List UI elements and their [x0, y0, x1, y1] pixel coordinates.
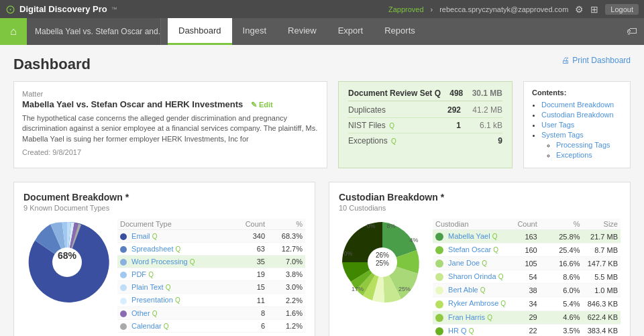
doc-type-link[interactable]: Calendar [131, 322, 162, 330]
doc-type-q[interactable]: Q [152, 310, 158, 317]
cust-name-link[interactable]: Ryker Ambrose [448, 299, 498, 307]
doc-type-cell: Email Q [117, 230, 232, 243]
doc-type-q[interactable]: Q [164, 323, 169, 330]
doc-table-row: Email Q 340 68.3% [117, 230, 305, 243]
cust-name-cell: Fran Harris Q [433, 311, 513, 324]
edit-matter-link[interactable]: ✎ Edit [251, 101, 273, 109]
cust-table-row: Fran Harris Q 29 4.6% 622.4 KB [433, 311, 621, 324]
navbar-actions: 🏷 [620, 18, 644, 45]
cust-name-link[interactable]: Fran Harris [448, 313, 485, 321]
bottom-section: Document Breakdown * 9 Known Document Ty… [13, 182, 631, 336]
cust-color-dot [435, 260, 443, 268]
doc-type-q[interactable]: Q [190, 258, 195, 266]
cust-table-row: Jane Doe Q 105 16.6% 147.7 KB [433, 257, 621, 270]
contents-panel: Contents: Document Breakdown Custodian B… [523, 81, 631, 168]
app-tm: ™ [111, 6, 117, 13]
doc-type-q[interactable]: Q [175, 296, 180, 304]
doc-table-row: Spreadsheet Q 63 12.7% [117, 243, 305, 256]
matter-breadcrumb[interactable]: Mabella Yael vs. Stefan Oscar and... [27, 18, 161, 45]
cust-q[interactable]: Q [487, 314, 492, 321]
cust-q[interactable]: Q [498, 273, 504, 280]
processing-tags-link[interactable]: Processing Tags [556, 141, 610, 149]
cust-size-cell: 5.5 MB [582, 270, 621, 284]
app-name: Digital Discovery Pro [19, 4, 107, 14]
tab-review[interactable]: Review [277, 18, 327, 45]
tab-ingest[interactable]: Ingest [232, 18, 277, 45]
cust-name-cell: Mabella Yael Q [433, 230, 513, 243]
cust-breakdown-link[interactable]: Custodian Breakdown [541, 111, 614, 119]
doc-table-row: Calendar Q 6 1.2% [117, 319, 305, 332]
review-set: Document Review Set Q 498 30.1 MB Duplic… [338, 81, 513, 168]
doc-type-link[interactable]: Word Processing [131, 258, 188, 266]
user-tags-link[interactable]: User Tags [541, 121, 574, 129]
cust-name-link[interactable]: Bert Able [448, 286, 478, 294]
tag-icon[interactable]: 🏷 [627, 25, 637, 38]
gear-icon[interactable]: ⚙ [575, 4, 584, 15]
doc-breakdown-link[interactable]: Document Breakdown [541, 101, 614, 109]
cust-size-cell: 1.0 MB [582, 284, 621, 297]
review-set-count: 498 [449, 89, 463, 98]
top-section: Matter Mabella Yael vs. Stefan Oscar and… [13, 81, 631, 168]
cust-q[interactable]: Q [482, 260, 487, 267]
cust-pct-cell: 25.4% [540, 243, 583, 257]
doc-breakdown-table: Document Type Count % Email Q 340 68.3% [117, 219, 305, 336]
doc-type-link[interactable]: Email [131, 232, 150, 240]
doc-type-header: Document Type [117, 219, 232, 230]
tab-reports[interactable]: Reports [374, 18, 426, 45]
cust-q[interactable]: Q [492, 233, 498, 240]
cust-pct-cell: 3.5% [540, 324, 583, 336]
home-button[interactable]: ⌂ [0, 18, 27, 45]
nist-size: 6.1 kB [469, 121, 502, 130]
review-set-duplicates: Duplicates 292 41.2 MB [348, 103, 502, 118]
cust-pct-header: % [540, 219, 583, 230]
cust-q[interactable]: Q [469, 327, 474, 335]
doc-type-q[interactable]: Q [152, 233, 158, 240]
review-set-exceptions: Exceptions Q 9 [348, 133, 502, 148]
print-dashboard-button[interactable]: 🖨 Print Dashboard [561, 56, 631, 65]
cust-q[interactable]: Q [500, 300, 506, 307]
exceptions-link[interactable]: Exceptions [556, 151, 592, 159]
doc-type-q[interactable]: Q [166, 284, 171, 291]
doc-type-cell: Presentation Q [117, 294, 232, 306]
system-tags-link[interactable]: System Tags [541, 131, 584, 139]
grid-icon[interactable]: ⊞ [590, 4, 598, 15]
tab-export[interactable]: Export [327, 18, 374, 45]
review-set-nist: NIST Files Q 1 6.1 kB [348, 118, 502, 133]
cust-name-link[interactable]: Mabella Yael [448, 232, 490, 240]
cust-size-cell: 147.7 KB [582, 257, 621, 270]
doc-type-q[interactable]: Q [176, 245, 181, 253]
main-content: Dashboard 🖨 Print Dashboard Matter Mabel… [0, 45, 644, 336]
app-logo-icon: ⊙ [5, 2, 15, 17]
cust-name-link[interactable]: Jane Doe [448, 259, 480, 267]
tab-dashboard[interactable]: Dashboard [168, 18, 232, 45]
zapproved-link[interactable]: Zapproved [388, 5, 424, 13]
cust-name-link[interactable]: Stefan Oscar [448, 245, 491, 254]
doc-type-link[interactable]: PDF [131, 270, 146, 278]
cust-q[interactable]: Q [493, 246, 498, 254]
exceptions-q-icon[interactable]: Q [391, 137, 396, 145]
doc-table-row: Other Q 8 1.6% [117, 306, 305, 319]
doc-type-link[interactable]: Presentation [131, 296, 173, 304]
cust-name-link[interactable]: HR Q [448, 327, 467, 335]
cust-breakdown-content: 26% 25% 4% 8% 0% 0% 17% 25% [339, 219, 621, 336]
doc-table-row: Presentation Q 11 2.2% [117, 294, 305, 306]
doc-type-link[interactable]: Other [131, 309, 150, 317]
cust-q[interactable]: Q [480, 286, 486, 294]
doc-type-link[interactable]: Plain Text [131, 283, 164, 291]
doc-type-link[interactable]: Spreadsheet [131, 245, 173, 253]
home-icon: ⌂ [10, 25, 17, 38]
logout-button[interactable]: Logout [605, 4, 639, 15]
contents-item-doc-breakdown: Document Breakdown [541, 101, 622, 109]
print-icon: 🖨 [561, 56, 570, 65]
cust-count-cell: 54 [513, 270, 540, 284]
doc-breakdown-content: 68% Document Type Count % [23, 219, 305, 336]
nist-q-icon[interactable]: Q [389, 122, 394, 129]
doc-type-q[interactable]: Q [148, 271, 154, 278]
cust-color-dot [435, 286, 443, 294]
doc-other-row: Other Documents: [117, 333, 305, 336]
review-set-q-icon[interactable]: Q [435, 89, 441, 98]
cust-name-link[interactable]: Sharon Orinda [448, 272, 496, 280]
svg-text:4%: 4% [409, 237, 418, 243]
system-tags-sub: Processing Tags Exceptions [547, 141, 622, 159]
cust-pct-cell: 6.0% [540, 284, 583, 297]
